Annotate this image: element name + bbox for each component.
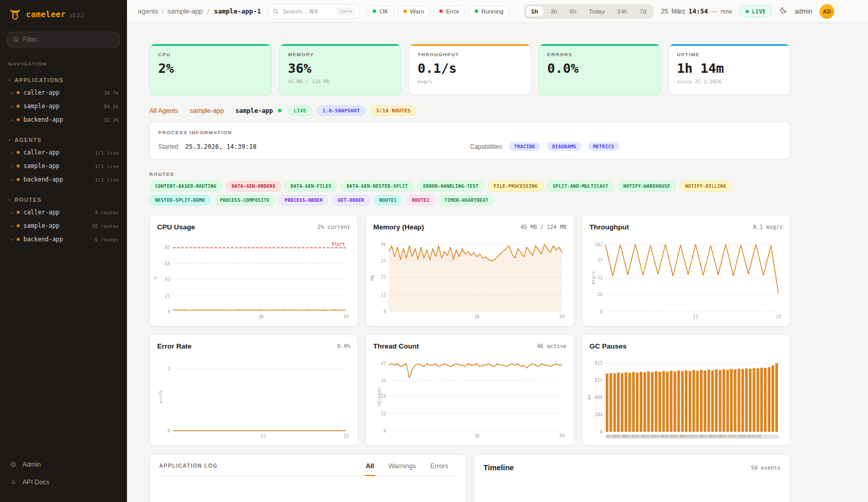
application-log-title: APPLICATION LOG xyxy=(159,463,218,475)
time-range-button[interactable]: Today xyxy=(583,6,611,17)
status-filter-label: Error xyxy=(446,8,459,15)
route-pill[interactable]: FILE-PROCESSING xyxy=(488,181,543,191)
search-input[interactable] xyxy=(283,8,333,15)
sidebar-item-agent[interactable]: ▸ backend-app 1/1 live xyxy=(0,173,127,186)
sidebar-item-route[interactable]: ▸ caller-app 4 routes xyxy=(0,205,127,219)
user-name: admin xyxy=(795,8,812,15)
time-range-button[interactable]: 3h xyxy=(545,6,563,17)
svg-text:102: 102 xyxy=(594,242,602,247)
route-pill[interactable]: NESTED-SPLIT-DEMO xyxy=(149,195,211,205)
breadcrumb-item[interactable]: sample-app-1 xyxy=(203,7,261,15)
breadcrumb-item[interactable]: agents xyxy=(138,7,158,15)
svg-text:35: 35 xyxy=(381,378,386,383)
sidebar-item-application[interactable]: ▸ caller-app 10.7k xyxy=(0,86,127,99)
log-tab[interactable]: All xyxy=(365,462,375,476)
route-pill[interactable]: GET-ORDER xyxy=(332,195,370,205)
route-pill[interactable]: SPLIT-AND-MULTICAST xyxy=(547,181,614,191)
item-badge: 1/1 live xyxy=(95,177,119,183)
route-pill[interactable]: DATA-GEN-ORDERS xyxy=(226,181,281,191)
routes-section: ROUTES CONTENT-BASED-ROUTINGDATA-GEN-ORD… xyxy=(149,171,790,205)
admin-link[interactable]: ⚙ Admin xyxy=(9,457,118,472)
process-info-card: PROCESS INFORMATION Started 25.3.2026, 1… xyxy=(149,122,790,160)
svg-text:47: 47 xyxy=(381,361,386,366)
chart-header: CPU Usage 2% current xyxy=(157,222,350,232)
section-header-agents[interactable]: ▾ AGENTS xyxy=(0,134,127,146)
stat-label: CPU xyxy=(158,52,263,57)
chart-body: err/h 101223 xyxy=(157,354,350,439)
item-label: backend-app xyxy=(23,236,63,243)
status-dot xyxy=(17,151,20,154)
section-header-applications[interactable]: ▾ APPLICATIONS xyxy=(0,74,127,86)
chevron-right-icon: ▸ xyxy=(11,118,13,122)
breadcrumb-item[interactable]: sample-app xyxy=(158,7,203,15)
chevron-right-icon: ▸ xyxy=(11,91,13,95)
item-badge: 32.2k xyxy=(104,117,119,123)
route-pill[interactable]: CONTENT-BASED-ROUTING xyxy=(149,181,222,191)
status-filter-pill[interactable]: Error xyxy=(433,6,465,17)
time-range-button[interactable]: 7d xyxy=(634,6,652,17)
app-link[interactable]: sample-app xyxy=(190,107,224,114)
chevron-right-icon: ▸ xyxy=(11,150,13,155)
status-filter-pill[interactable]: OK xyxy=(367,6,394,17)
time-range-button[interactable]: 24h xyxy=(611,6,633,17)
main-area: agentssample-appsample-app-1 Ctrl+K OK W… xyxy=(127,0,868,502)
status-filter-pill[interactable]: Running xyxy=(469,6,509,17)
dark-mode-toggle[interactable] xyxy=(780,5,787,18)
time-range-button[interactable]: 6h xyxy=(564,6,582,17)
svg-text:26: 26 xyxy=(597,292,602,297)
sidebar: cameleer v3.2.1 NAVIGATION ▾ APPLICATION… xyxy=(0,0,127,502)
status-dot xyxy=(373,9,376,13)
range-separator: — xyxy=(711,8,718,15)
chart-card: Error Rate 0.0% err/h 101223 xyxy=(149,334,358,446)
api-docs-link[interactable]: ≡ API Docs xyxy=(9,475,118,490)
item-badge: 1/1 live xyxy=(95,163,119,169)
sidebar-item-agent[interactable]: ▸ caller-app 1/1 live xyxy=(0,146,127,159)
time-range-button[interactable]: 1h xyxy=(526,6,544,17)
route-pill[interactable]: ERROR-HANDLING-TEST xyxy=(417,181,484,191)
log-tab[interactable]: Errors xyxy=(429,462,449,476)
live-label: LIVE xyxy=(752,8,766,15)
route-pill[interactable]: NOTIFY-BILLING xyxy=(680,181,732,191)
all-agents-link[interactable]: All Agents xyxy=(149,107,178,114)
timeline-card: Timeline 50 events xyxy=(474,454,790,502)
log-tab[interactable]: Warnings xyxy=(388,462,417,476)
live-dot xyxy=(746,10,749,13)
route-pill[interactable]: PROCESS-COMPOSITE xyxy=(214,195,276,205)
route-pill[interactable]: ROUTE2 xyxy=(406,195,435,205)
route-pill[interactable]: DATA-GEN-FILES xyxy=(285,181,337,191)
chart-card: Throughput 0.1 msg/s msg/s 1027751260122… xyxy=(582,215,790,327)
stat-sub: 45 MB / 124 MB xyxy=(288,79,392,84)
status-filter-label: Warn xyxy=(410,8,424,15)
chart-body: ms 815611408204014:3914:4014:4114:4214:4… xyxy=(590,354,783,439)
section-header-routes[interactable]: ▾ ROUTES xyxy=(0,194,127,205)
avatar[interactable]: AD xyxy=(820,4,834,19)
sidebar-item-application[interactable]: ▸ backend-app 32.2k xyxy=(0,113,127,126)
chart-title: Throughput xyxy=(590,223,629,231)
route-pill[interactable]: PROCESS-ORDER xyxy=(279,195,328,205)
route-pill[interactable]: DATA-GEN-NESTED-SPLIT xyxy=(341,181,414,191)
sidebar-filter-input[interactable] xyxy=(23,36,114,43)
list-icon: ≡ xyxy=(9,478,17,486)
chart-title: Error Rate xyxy=(157,342,192,350)
global-search[interactable]: Ctrl+K xyxy=(268,4,360,19)
date-range[interactable]: 25. März 14:54 — now xyxy=(661,7,732,15)
status-filter-pill[interactable]: Warn xyxy=(398,6,430,17)
chevron-right-icon: ▸ xyxy=(11,164,13,169)
sidebar-item-route[interactable]: ▸ backend-app 6 routes xyxy=(0,233,127,246)
chevron-right-icon: ▸ xyxy=(11,104,13,109)
route-pill[interactable]: TIMER-HEARTBEAT xyxy=(439,195,494,205)
sidebar-filter[interactable] xyxy=(7,32,120,47)
sidebar-item-agent[interactable]: ▸ sample-app 1/1 live xyxy=(0,159,127,173)
svg-text:12: 12 xyxy=(693,314,698,319)
dashboard-content: CPU 2% MEMORY 36% 45 MB / 124 MB THROUGH… xyxy=(127,23,868,502)
svg-text:1: 1 xyxy=(168,366,170,371)
route-pill[interactable]: NOTIFY-WAREHOUSE xyxy=(618,181,676,191)
route-pill[interactable]: ROUTE1 xyxy=(374,195,403,205)
svg-text:77: 77 xyxy=(597,258,602,263)
capabilities-label: Capabilities xyxy=(470,143,502,150)
live-indicator[interactable]: LIVE xyxy=(739,6,772,17)
navigation-heading: NAVIGATION xyxy=(8,61,119,67)
stat-label: THROUGHPUT xyxy=(417,52,522,57)
sidebar-item-application[interactable]: ▸ sample-app 84.1k xyxy=(0,99,127,113)
sidebar-item-route[interactable]: ▸ sample-app 16 routes xyxy=(0,219,127,233)
